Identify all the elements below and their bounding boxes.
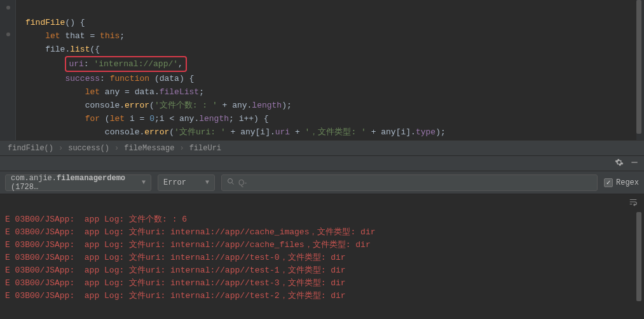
log-line: E 03B00/JSApp: app Log: 文件个数: : 6	[5, 213, 639, 226]
chevron-right-icon: ›	[56, 144, 65, 153]
log-level-selector[interactable]: Error ▼	[158, 174, 215, 191]
chevron-down-icon: ▼	[205, 179, 209, 186]
console-gap	[0, 194, 644, 212]
breadcrumb-item[interactable]: findFile()	[5, 144, 56, 153]
breadcrumb: findFile() › success() › fileMessage › f…	[0, 140, 644, 156]
soft-wrap-icon[interactable]	[629, 197, 638, 209]
scrollbar-thumb[interactable]	[636, 0, 641, 134]
svg-rect-0	[631, 162, 637, 162]
log-line: E 03B00/JSApp: app Log: 文件uri: internal:…	[5, 252, 639, 264]
svg-line-2	[232, 182, 234, 184]
log-scrollbar[interactable]	[636, 212, 641, 304]
chevron-right-icon: ›	[112, 144, 121, 153]
fold-marker[interactable]	[6, 6, 10, 10]
breadcrumb-item[interactable]: success()	[65, 144, 112, 153]
regex-toggle[interactable]: ✓ Regex	[604, 178, 639, 187]
scrollbar-thumb[interactable]	[636, 212, 641, 301]
breadcrumb-item[interactable]: fileMessage	[121, 144, 177, 153]
chevron-right-icon: ›	[177, 144, 186, 153]
breadcrumb-item[interactable]: fileUri	[187, 144, 224, 153]
fold-marker[interactable]	[6, 32, 10, 36]
function-name: findFile	[25, 18, 65, 27]
svg-point-1	[228, 178, 233, 183]
log-line: E 03B00/JSApp: app Log: 文件uri: internal:…	[5, 290, 639, 302]
log-line: E 03B00/JSApp: app Log: 文件uri: internal:…	[5, 239, 639, 252]
log-line: E 03B00/JSApp: app Log: 文件uri: internal:…	[5, 264, 639, 277]
search-icon	[227, 178, 235, 188]
log-output[interactable]: E 03B00/JSApp: app Log: 文件个数: : 6 E 03B0…	[0, 212, 644, 304]
editor-gutter	[0, 0, 16, 140]
log-search-input[interactable]	[238, 178, 592, 187]
chevron-down-icon: ▼	[142, 179, 146, 186]
code-content[interactable]: findFile() { let that = this; file.list(…	[0, 0, 644, 140]
code-editor[interactable]: findFile() { let that = this; file.list(…	[0, 0, 644, 140]
console-toolbar	[0, 156, 644, 171]
app-selector[interactable]: com.anjie.filemanagerdemo (1728… ▼	[5, 174, 151, 191]
log-filter-bar: com.anjie.filemanagerdemo (1728… ▼ Error…	[0, 171, 644, 194]
editor-scrollbar[interactable]	[636, 0, 641, 140]
checkbox-icon[interactable]: ✓	[604, 178, 613, 187]
minimize-icon[interactable]	[630, 158, 639, 169]
log-search-box[interactable]	[221, 174, 598, 191]
log-line: E 03B00/JSApp: app Log: 文件uri: internal:…	[5, 277, 639, 290]
highlighted-uri-line: uri: 'internal://app/',	[65, 56, 186, 72]
log-line: E 03B00/JSApp: app Log: 文件uri: internal:…	[5, 226, 639, 239]
gear-icon[interactable]	[615, 158, 624, 169]
